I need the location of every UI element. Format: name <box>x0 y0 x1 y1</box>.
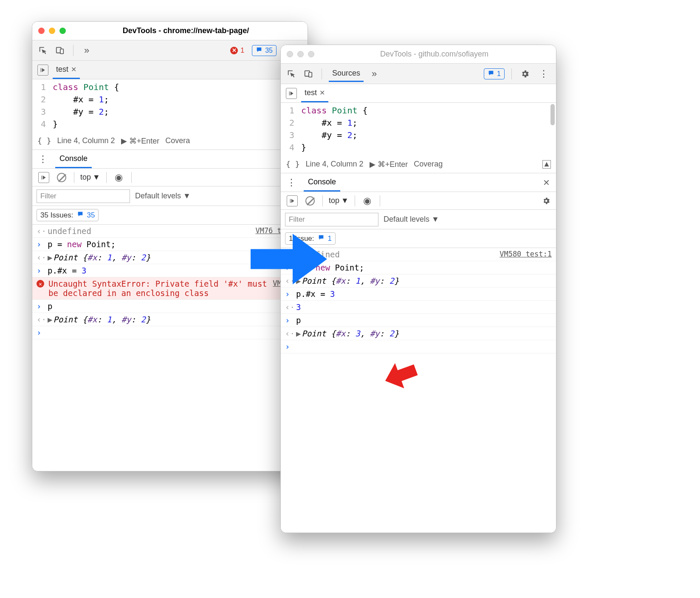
issue-icon <box>256 46 262 55</box>
file-tab-test[interactable]: test ✕ <box>53 61 80 79</box>
separator <box>511 68 512 79</box>
log-levels-selector[interactable]: Default levels ▼ <box>384 215 439 224</box>
main-menu-icon[interactable]: ⋮ <box>536 68 552 79</box>
panel-tab-sources[interactable]: Sources <box>329 66 364 82</box>
console-prompt-row[interactable]: › <box>281 340 556 353</box>
zoom-dot-icon[interactable] <box>308 51 314 57</box>
cursor-position: Line 4, Column 2 <box>306 160 364 169</box>
issues-pill[interactable]: 35 Issues: 35 <box>37 209 99 221</box>
errors-badge[interactable]: ✕ 1 <box>227 46 248 55</box>
console-input-row: ›p <box>32 300 308 313</box>
issues-badge[interactable]: 1 <box>484 68 505 79</box>
console-prompt-row[interactable]: › <box>32 326 308 339</box>
inspect-element-icon[interactable] <box>37 44 49 57</box>
separator <box>355 195 355 206</box>
minimize-dot-icon[interactable] <box>49 28 55 34</box>
separator <box>74 172 74 183</box>
traffic-lights <box>38 28 66 34</box>
sources-file-tabs: test ✕ <box>32 61 308 79</box>
separator <box>380 195 380 206</box>
close-icon[interactable]: ✕ <box>319 89 325 97</box>
drawer-tab-console[interactable]: Console <box>55 150 92 168</box>
coverage-label[interactable]: Coverag <box>414 160 443 169</box>
svg-rect-5 <box>309 72 312 77</box>
error-icon: ✕ <box>230 47 238 54</box>
console-settings-icon[interactable] <box>540 195 553 207</box>
file-tab-label: test <box>56 65 68 74</box>
filter-input[interactable]: Filter <box>285 213 378 226</box>
scrollbar-thumb[interactable] <box>550 104 555 125</box>
main-toolbar: » ✕ 1 35 <box>32 40 308 61</box>
run-snippet-icon[interactable] <box>37 65 48 76</box>
pretty-print-icon[interactable]: { } <box>286 160 300 169</box>
close-icon[interactable]: ✕ <box>71 65 76 73</box>
drawer-menu-icon[interactable]: ⋮ <box>35 154 51 165</box>
console-sidebar-icon[interactable] <box>287 195 298 206</box>
console-sidebar-icon[interactable] <box>38 172 49 183</box>
code-editor[interactable]: 1234 class Point { #x = 1; #y = 2;} <box>32 79 308 132</box>
device-toolbar-icon[interactable] <box>54 44 66 57</box>
clear-console-icon[interactable] <box>55 171 68 184</box>
separator <box>322 68 322 79</box>
svg-rect-2 <box>41 68 41 72</box>
separator <box>106 172 107 183</box>
console-output-row: ‹·▶Point {#x: 1, #y: 2} <box>32 313 308 326</box>
issues-pill-label: 35 Issues: <box>40 211 73 220</box>
more-panels-icon[interactable]: » <box>80 44 93 57</box>
main-toolbar: Sources » 1 ⋮ <box>281 64 556 84</box>
console-input-row: ›p <box>281 314 556 327</box>
issues-badge[interactable]: 35 <box>252 45 277 56</box>
issues-pill-count: 1 <box>328 234 332 243</box>
live-expression-icon[interactable]: ◉ <box>113 171 125 184</box>
console-log[interactable]: ‹·undefinedVM580 test:1›p = new Point;‹·… <box>281 248 556 533</box>
close-drawer-icon[interactable]: ✕ <box>539 178 553 188</box>
source-link[interactable]: VM580 test:1 <box>500 250 552 258</box>
console-output-row: ‹·3 <box>281 301 556 314</box>
issues-count: 35 <box>265 47 273 54</box>
transition-arrow-icon <box>251 231 327 287</box>
close-dot-icon[interactable] <box>38 28 45 34</box>
device-toolbar-icon[interactable] <box>302 68 315 80</box>
file-tab-test[interactable]: test ✕ <box>301 84 328 102</box>
context-selector[interactable]: top ▼ <box>80 173 100 182</box>
coverage-label[interactable]: Covera <box>165 136 190 145</box>
more-panels-icon[interactable]: » <box>368 68 381 80</box>
console-filter-row: Filter Default levels ▼ <box>32 186 308 206</box>
code-content: class Point { #x = 1; #y = 2;} <box>299 103 370 155</box>
drawer-tabs: ⋮ Console <box>32 150 308 169</box>
inspect-element-icon[interactable] <box>285 68 298 80</box>
minimize-dot-icon[interactable] <box>297 51 304 57</box>
filter-input[interactable]: Filter <box>37 189 130 203</box>
run-snippet-icon[interactable] <box>286 88 297 99</box>
code-editor[interactable]: 1234 class Point { #x = 1; #y = 2;} <box>281 103 556 155</box>
live-expression-icon[interactable]: ◉ <box>361 195 374 207</box>
error-icon: ✕ <box>37 280 44 288</box>
sources-file-tabs: test ✕ <box>281 84 556 103</box>
traffic-lights <box>287 51 314 57</box>
context-selector[interactable]: top ▼ <box>329 196 349 205</box>
clear-console-icon[interactable] <box>304 195 316 207</box>
issues-row: 35 Issues: 35 <box>32 206 308 225</box>
drawer-tab-console[interactable]: Console <box>304 173 340 192</box>
issue-icon <box>488 70 494 78</box>
line-gutter: 1234 <box>32 79 50 132</box>
svg-rect-6 <box>289 91 290 95</box>
console-input-row: ›p.#x = 3 <box>281 288 556 301</box>
separator <box>131 172 132 183</box>
svg-rect-1 <box>60 49 63 54</box>
pretty-print-icon[interactable]: { } <box>37 136 51 145</box>
file-tab-label: test <box>305 88 317 97</box>
window-titlebar: DevTools - github.com/sofiayem <box>281 45 556 64</box>
log-levels-selector[interactable]: Default levels ▼ <box>135 192 191 200</box>
drawer-menu-icon[interactable]: ⋮ <box>283 177 299 188</box>
window-title: DevTools - chrome://new-tab-page/ <box>70 26 302 35</box>
issues-pill-count: 35 <box>87 211 95 220</box>
close-dot-icon[interactable] <box>287 51 293 57</box>
zoom-dot-icon[interactable] <box>59 28 66 34</box>
collapse-icon[interactable]: ▲ <box>542 160 551 169</box>
console-output-row: ‹·▶Point {#x: 3, #y: 2} <box>281 327 556 340</box>
console-filter-row: Filter Default levels ▼ <box>281 210 556 229</box>
settings-icon[interactable] <box>519 68 531 80</box>
svg-rect-3 <box>42 175 42 179</box>
run-hint: ▶ ⌘+Enter <box>370 160 408 169</box>
